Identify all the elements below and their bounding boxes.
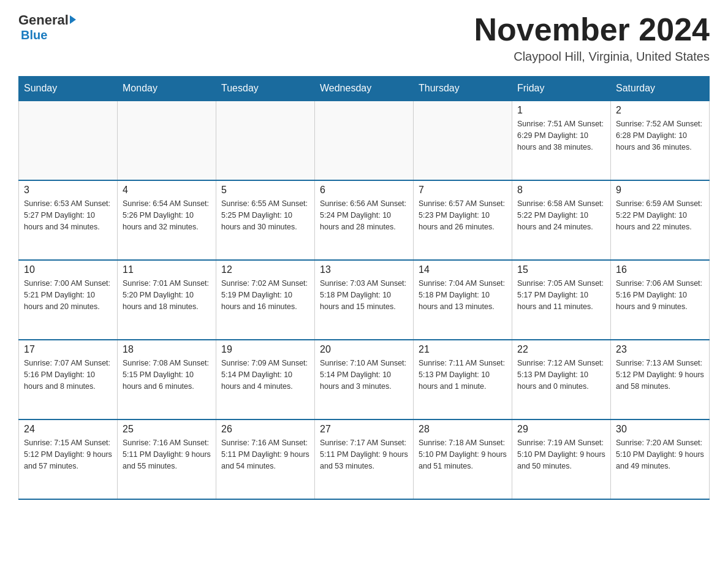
day-info: Sunrise: 7:09 AM Sunset: 5:14 PM Dayligh… [221, 358, 309, 392]
calendar-week-row: 1Sunrise: 7:51 AM Sunset: 6:29 PM Daylig… [19, 101, 710, 180]
calendar-cell: 10Sunrise: 7:00 AM Sunset: 5:21 PM Dayli… [19, 260, 118, 340]
day-number: 20 [320, 344, 408, 355]
calendar-header-friday: Friday [512, 77, 611, 101]
day-number: 18 [123, 344, 211, 355]
calendar-week-row: 24Sunrise: 7:15 AM Sunset: 5:12 PM Dayli… [19, 419, 710, 499]
day-number: 7 [419, 185, 507, 196]
calendar-cell: 19Sunrise: 7:09 AM Sunset: 5:14 PM Dayli… [216, 340, 315, 419]
day-info: Sunrise: 7:20 AM Sunset: 5:10 PM Dayligh… [616, 437, 704, 472]
calendar-cell: 8Sunrise: 6:58 AM Sunset: 5:22 PM Daylig… [512, 180, 611, 260]
day-number: 8 [517, 185, 605, 196]
day-number: 26 [221, 424, 309, 435]
calendar-cell: 13Sunrise: 7:03 AM Sunset: 5:18 PM Dayli… [315, 260, 414, 340]
logo-blue: Blue [21, 28, 47, 42]
day-number: 24 [24, 424, 112, 435]
calendar-cell: 24Sunrise: 7:15 AM Sunset: 5:12 PM Dayli… [19, 419, 118, 499]
day-info: Sunrise: 7:02 AM Sunset: 5:19 PM Dayligh… [221, 278, 309, 312]
calendar-week-row: 17Sunrise: 7:07 AM Sunset: 5:16 PM Dayli… [19, 340, 710, 419]
calendar-cell [216, 101, 315, 180]
calendar-cell [315, 101, 414, 180]
day-number: 29 [517, 424, 605, 435]
subtitle: Claypool Hill, Virginia, United States [474, 50, 710, 64]
day-number: 27 [320, 424, 408, 435]
calendar-table: SundayMondayTuesdayWednesdayThursdayFrid… [18, 76, 710, 500]
day-number: 11 [123, 264, 211, 275]
calendar-week-row: 3Sunrise: 6:53 AM Sunset: 5:27 PM Daylig… [19, 180, 710, 260]
day-number: 19 [221, 344, 309, 355]
day-info: Sunrise: 6:53 AM Sunset: 5:27 PM Dayligh… [24, 198, 112, 232]
day-info: Sunrise: 6:58 AM Sunset: 5:22 PM Dayligh… [517, 198, 605, 232]
day-number: 6 [320, 185, 408, 196]
day-info: Sunrise: 7:07 AM Sunset: 5:16 PM Dayligh… [24, 358, 112, 392]
day-number: 22 [517, 344, 605, 355]
calendar-header-thursday: Thursday [414, 77, 512, 101]
calendar-cell: 18Sunrise: 7:08 AM Sunset: 5:15 PM Dayli… [118, 340, 216, 419]
day-number: 2 [616, 105, 704, 116]
calendar-cell: 5Sunrise: 6:55 AM Sunset: 5:25 PM Daylig… [216, 180, 315, 260]
day-number: 28 [419, 424, 507, 435]
calendar-cell: 29Sunrise: 7:19 AM Sunset: 5:10 PM Dayli… [512, 419, 611, 499]
day-info: Sunrise: 7:18 AM Sunset: 5:10 PM Dayligh… [419, 437, 507, 472]
day-info: Sunrise: 7:03 AM Sunset: 5:18 PM Dayligh… [320, 278, 408, 312]
calendar-cell: 12Sunrise: 7:02 AM Sunset: 5:19 PM Dayli… [216, 260, 315, 340]
day-info: Sunrise: 7:51 AM Sunset: 6:29 PM Dayligh… [517, 118, 605, 153]
calendar-cell: 9Sunrise: 6:59 AM Sunset: 5:22 PM Daylig… [611, 180, 710, 260]
logo: General Blue [18, 12, 76, 42]
day-number: 17 [24, 344, 112, 355]
calendar-header-row: SundayMondayTuesdayWednesdayThursdayFrid… [19, 77, 710, 101]
day-info: Sunrise: 7:12 AM Sunset: 5:13 PM Dayligh… [517, 358, 605, 392]
day-number: 30 [616, 424, 704, 435]
calendar-cell: 17Sunrise: 7:07 AM Sunset: 5:16 PM Dayli… [19, 340, 118, 419]
calendar-cell [19, 101, 118, 180]
calendar-cell [414, 101, 512, 180]
calendar-cell: 22Sunrise: 7:12 AM Sunset: 5:13 PM Dayli… [512, 340, 611, 419]
calendar-cell: 30Sunrise: 7:20 AM Sunset: 5:10 PM Dayli… [611, 419, 710, 499]
calendar-week-row: 10Sunrise: 7:00 AM Sunset: 5:21 PM Dayli… [19, 260, 710, 340]
calendar-cell: 16Sunrise: 7:06 AM Sunset: 5:16 PM Dayli… [611, 260, 710, 340]
calendar-header-saturday: Saturday [611, 77, 710, 101]
calendar-cell: 21Sunrise: 7:11 AM Sunset: 5:13 PM Dayli… [414, 340, 512, 419]
day-info: Sunrise: 7:10 AM Sunset: 5:14 PM Dayligh… [320, 358, 408, 392]
day-info: Sunrise: 7:52 AM Sunset: 6:28 PM Dayligh… [616, 118, 704, 153]
day-info: Sunrise: 7:16 AM Sunset: 5:11 PM Dayligh… [221, 437, 309, 472]
calendar-cell: 23Sunrise: 7:13 AM Sunset: 5:12 PM Dayli… [611, 340, 710, 419]
logo-arrow-icon [70, 15, 76, 24]
day-info: Sunrise: 7:06 AM Sunset: 5:16 PM Dayligh… [616, 278, 704, 312]
day-number: 3 [24, 185, 112, 196]
calendar-cell: 25Sunrise: 7:16 AM Sunset: 5:11 PM Dayli… [118, 419, 216, 499]
calendar-cell: 4Sunrise: 6:54 AM Sunset: 5:26 PM Daylig… [118, 180, 216, 260]
calendar-cell: 27Sunrise: 7:17 AM Sunset: 5:11 PM Dayli… [315, 419, 414, 499]
day-info: Sunrise: 7:15 AM Sunset: 5:12 PM Dayligh… [24, 437, 112, 472]
day-number: 23 [616, 344, 704, 355]
calendar-cell: 3Sunrise: 6:53 AM Sunset: 5:27 PM Daylig… [19, 180, 118, 260]
day-info: Sunrise: 7:01 AM Sunset: 5:20 PM Dayligh… [123, 278, 211, 312]
title-area: November 2024 Claypool Hill, Virginia, U… [474, 12, 710, 64]
calendar-cell [118, 101, 216, 180]
day-info: Sunrise: 7:19 AM Sunset: 5:10 PM Dayligh… [517, 437, 605, 472]
day-number: 9 [616, 185, 704, 196]
day-info: Sunrise: 6:56 AM Sunset: 5:24 PM Dayligh… [320, 198, 408, 232]
logo-general: General [18, 12, 69, 28]
day-number: 4 [123, 185, 211, 196]
calendar-header-monday: Monday [118, 77, 216, 101]
day-number: 5 [221, 185, 309, 196]
day-number: 1 [517, 105, 605, 116]
day-number: 16 [616, 264, 704, 275]
day-info: Sunrise: 7:04 AM Sunset: 5:18 PM Dayligh… [419, 278, 507, 312]
main-title: November 2024 [474, 12, 710, 47]
calendar-cell: 14Sunrise: 7:04 AM Sunset: 5:18 PM Dayli… [414, 260, 512, 340]
calendar-cell: 15Sunrise: 7:05 AM Sunset: 5:17 PM Dayli… [512, 260, 611, 340]
day-info: Sunrise: 6:59 AM Sunset: 5:22 PM Dayligh… [616, 198, 704, 232]
day-info: Sunrise: 6:57 AM Sunset: 5:23 PM Dayligh… [419, 198, 507, 232]
day-number: 10 [24, 264, 112, 275]
day-info: Sunrise: 7:17 AM Sunset: 5:11 PM Dayligh… [320, 437, 408, 472]
day-info: Sunrise: 6:54 AM Sunset: 5:26 PM Dayligh… [123, 198, 211, 232]
calendar-cell: 11Sunrise: 7:01 AM Sunset: 5:20 PM Dayli… [118, 260, 216, 340]
calendar-header-sunday: Sunday [19, 77, 118, 101]
day-number: 15 [517, 264, 605, 275]
calendar-cell: 28Sunrise: 7:18 AM Sunset: 5:10 PM Dayli… [414, 419, 512, 499]
day-info: Sunrise: 6:55 AM Sunset: 5:25 PM Dayligh… [221, 198, 309, 232]
day-number: 13 [320, 264, 408, 275]
day-info: Sunrise: 7:13 AM Sunset: 5:12 PM Dayligh… [616, 358, 704, 392]
day-number: 14 [419, 264, 507, 275]
